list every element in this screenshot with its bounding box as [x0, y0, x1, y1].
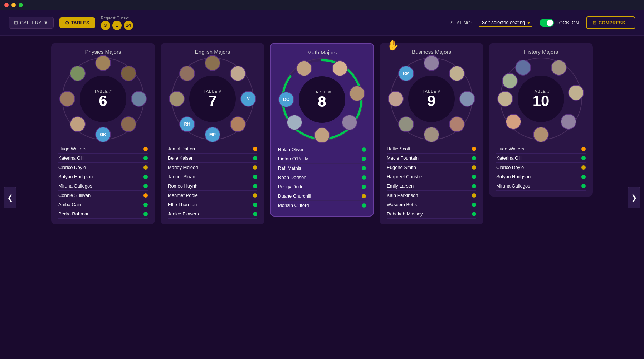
- topbar: ⊞ GALLERY ▼ ⊙ TABLES Request Queue: 3 1 …: [0, 10, 644, 36]
- seat-business-5[interactable]: [424, 127, 439, 142]
- seat-english-5[interactable]: [169, 91, 185, 107]
- tables-label: TABLES: [71, 20, 89, 25]
- seat-physics-5[interactable]: [70, 116, 86, 132]
- seat-english-2[interactable]: V: [240, 91, 256, 107]
- gallery-button[interactable]: ⊞ GALLERY ▼: [9, 17, 54, 29]
- nav-left-arrow[interactable]: ❮: [4, 187, 16, 208]
- student-name: Connie Sullivan: [58, 193, 91, 198]
- table-row: Kain Parkinson: [387, 191, 476, 200]
- student-name: Katerina Gill: [58, 155, 84, 161]
- student-name: Waseem Betts: [387, 202, 417, 207]
- status-dot: [143, 212, 148, 216]
- status-dot: [581, 184, 586, 188]
- circle-container-english: TABLE #7VRHMP: [171, 58, 254, 140]
- tables-icon: ⊙: [65, 20, 69, 25]
- seat-math-6[interactable]: DC: [278, 92, 294, 107]
- student-name: Janice Flowers: [168, 211, 199, 217]
- seat-english-3[interactable]: [230, 116, 246, 132]
- seat-business-2[interactable]: [449, 66, 465, 81]
- student-name: Pedro Rahman: [58, 211, 89, 217]
- table-row: Rebekah Massey: [387, 209, 476, 219]
- seat-business-7[interactable]: [388, 91, 404, 107]
- status-dot: [362, 185, 366, 189]
- table-card-math[interactable]: Math MajorsTABLE #8DCNolan OliverFintan …: [270, 43, 374, 217]
- seat-history-3[interactable]: [561, 114, 576, 130]
- seat-history-6[interactable]: [497, 91, 513, 107]
- table-card-physics[interactable]: Physics MajorsTABLE #6GKHugo WaltersKate…: [51, 43, 155, 224]
- status-dot: [143, 193, 148, 198]
- seat-english-4[interactable]: RH: [179, 116, 195, 132]
- seat-history-4[interactable]: [533, 127, 549, 142]
- student-name: Katerina Gill: [496, 155, 522, 161]
- table-card-english[interactable]: English MajorsTABLE #7VRHMPJamal PattonB…: [161, 43, 264, 224]
- student-name: Miruna Gallegos: [496, 183, 530, 189]
- seat-math-4[interactable]: [314, 127, 330, 143]
- student-name: Marley Mcleod: [168, 165, 198, 170]
- seat-business-1[interactable]: [424, 55, 439, 71]
- table-card-history[interactable]: History MajorsTABLE #10Hugo WaltersKater…: [489, 43, 593, 197]
- status-dot: [362, 157, 366, 161]
- toggle-thumb: [547, 20, 553, 26]
- lock-toggle[interactable]: LOCK: ON: [540, 19, 579, 27]
- student-name: Duane Churchill: [278, 193, 311, 199]
- seat-math-2[interactable]: [349, 86, 365, 101]
- student-name: Mehmet Poole: [168, 193, 198, 198]
- status-dot: [253, 203, 257, 207]
- seat-history-2[interactable]: [568, 85, 584, 101]
- tables-button[interactable]: ⊙ TABLES: [59, 17, 95, 28]
- table-row: Hugo Walters: [58, 144, 148, 154]
- table-row: Katerina Gill: [58, 154, 148, 163]
- table-title-math: Math Majors: [307, 49, 337, 55]
- table-row: Tanner Sloan: [168, 172, 257, 181]
- status-dot: [581, 147, 586, 151]
- nav-right-arrow[interactable]: ❯: [628, 187, 640, 208]
- student-name: Roan Dodson: [278, 175, 307, 180]
- student-name: Clarice Doyle: [496, 165, 524, 170]
- seat-physics-0[interactable]: [95, 55, 111, 71]
- table-center-history: TABLE #10: [518, 76, 564, 122]
- close-dot[interactable]: [4, 3, 9, 7]
- maximize-dot[interactable]: [19, 3, 23, 7]
- student-name: Peggy Dodd: [278, 184, 304, 189]
- table-center-english: TABLE #7: [189, 76, 236, 122]
- status-dot: [143, 147, 148, 151]
- seat-business-6[interactable]: [398, 116, 414, 132]
- toggle-track[interactable]: [540, 19, 554, 27]
- seat-physics-1[interactable]: [121, 66, 136, 81]
- minimize-dot[interactable]: [11, 3, 16, 7]
- tables-container: Physics MajorsTABLE #6GKHugo WaltersKate…: [51, 43, 593, 224]
- student-list-physics: Hugo WaltersKaterina GillClarice DoyleSu…: [51, 140, 155, 219]
- student-name: Hallie Scott: [387, 146, 410, 151]
- student-list-business: Hallie ScottMacie FountainEugene SmithHa…: [380, 140, 483, 219]
- seat-physics-6[interactable]: [59, 91, 75, 107]
- seat-physics-4[interactable]: GK: [95, 127, 111, 142]
- status-dot: [143, 165, 148, 170]
- badge-3[interactable]: 14: [124, 21, 133, 30]
- status-dot: [253, 175, 257, 179]
- table-row: Fintan O'Reilly: [278, 154, 366, 164]
- table-row: Marley Mcleod: [168, 163, 257, 172]
- table-card-business[interactable]: Business Majors✋TABLE #9RMHallie ScottMa…: [380, 43, 483, 224]
- seat-business-4[interactable]: [449, 116, 465, 132]
- student-name: Fintan O'Reilly: [278, 156, 308, 161]
- badge-1[interactable]: 3: [101, 21, 110, 30]
- status-dot: [362, 203, 366, 208]
- badge-2[interactable]: 1: [112, 21, 122, 30]
- seat-english-0[interactable]: [205, 55, 220, 71]
- seating-select[interactable]: Self-selected seating Random seating Ass…: [479, 18, 532, 27]
- chevron-down-icon: ▼: [44, 20, 48, 25]
- seat-math-3[interactable]: [342, 115, 357, 130]
- seat-physics-3[interactable]: [121, 116, 136, 132]
- seat-english-6[interactable]: MP: [205, 127, 220, 142]
- status-dot: [143, 203, 148, 207]
- seat-physics-2[interactable]: [131, 91, 147, 107]
- seat-english-1[interactable]: [230, 66, 246, 81]
- seat-business-3[interactable]: [459, 91, 475, 107]
- compress-button[interactable]: ⊡ COMPRESS...: [586, 16, 635, 29]
- table-row: Romeo Huynh: [168, 181, 257, 191]
- student-list-history: Hugo WaltersKaterina GillClarice DoyleSu…: [489, 140, 593, 191]
- table-row: Eugene Smith: [387, 163, 476, 172]
- table-title-business: Business Majors: [412, 49, 451, 55]
- table-row: Sufyan Hodgson: [58, 172, 148, 181]
- seating-label: SEATING:: [450, 20, 472, 25]
